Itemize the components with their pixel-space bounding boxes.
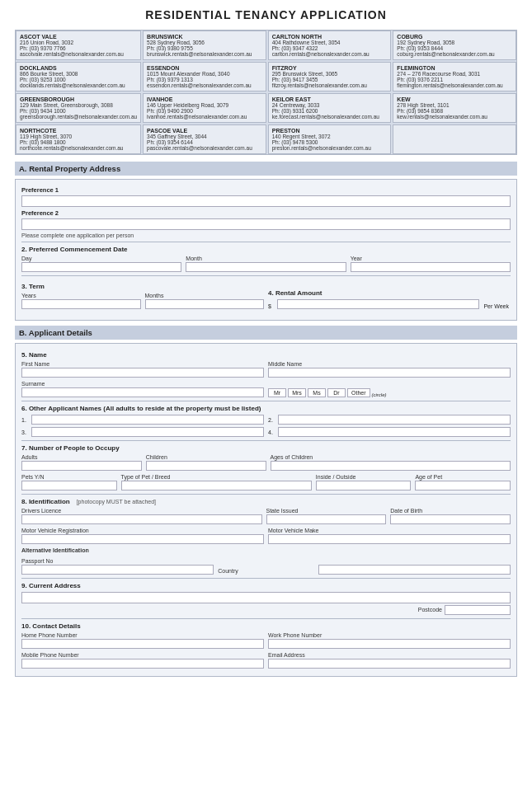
ages-input[interactable]: [271, 461, 511, 471]
adults-label: Adults: [21, 454, 142, 460]
office-docklands: DOCKLANDS 866 Bourke Street, 3008 Ph: (0…: [16, 62, 141, 92]
office-flemington: FLEMINGTON 274 – 276 Racecourse Road, 30…: [393, 62, 516, 92]
current-address-label: 9. Current Address: [21, 582, 511, 589]
ages-label: Ages of Children: [271, 454, 511, 460]
pref1-label: Preference 1: [21, 186, 511, 194]
offices-grid: ASCOT VALE 216 Union Road, 3032 Ph: (03)…: [15, 30, 517, 155]
inside-outside-input[interactable]: [316, 481, 412, 490]
work-phone-input[interactable]: [268, 639, 511, 649]
children-label: Children: [146, 454, 266, 460]
middle-name-input[interactable]: [268, 368, 511, 378]
contact-label: 10. Contact Details: [21, 622, 511, 630]
office-ascot-vale: ASCOT VALE 216 Union Road, 3032 Ph: (03)…: [16, 31, 141, 60]
office-pascoe-vale: PASCOE VALE 345 Gaffney Street, 3044 Ph:…: [143, 124, 266, 154]
per-week-label: Per Week: [483, 303, 509, 309]
first-name-label: First Name: [21, 361, 264, 367]
pet-age-label: Age of Pet: [415, 474, 511, 480]
email-input[interactable]: [268, 659, 511, 669]
mobile-input[interactable]: [21, 659, 264, 669]
applicant-num-1: 1.: [21, 417, 30, 423]
months-input[interactable]: [145, 299, 265, 309]
applicant-num-3: 3.: [21, 429, 30, 435]
months-label: Months: [145, 293, 265, 298]
motor-reg-input[interactable]: [21, 534, 264, 544]
office-fitzroy: FITZROY 295 Brunswick Street, 3065 Ph: (…: [268, 62, 392, 92]
section-b-header: B. Applicant Details: [15, 326, 517, 340]
office-kew: KEW 278 High Street, 3101 Ph: (03) 9854 …: [393, 93, 516, 123]
title-dr[interactable]: Dr: [327, 388, 346, 397]
circle-label: (circle): [372, 392, 387, 397]
rental-amount-input[interactable]: [277, 299, 479, 309]
home-phone-input[interactable]: [21, 639, 264, 649]
photocopy-note: [photocopy MUST be attached]: [77, 499, 156, 505]
pet-type-input[interactable]: [121, 481, 312, 490]
day-input[interactable]: [21, 262, 181, 272]
office-brunswick: BRUNSWICK 528 Sydney Road, 3056 Ph: (03)…: [143, 31, 266, 60]
current-address-input[interactable]: [21, 592, 511, 603]
section-b-body: 5. Name First Name Middle Name Surname M…: [15, 343, 517, 677]
work-phone-label: Work Phone Number: [268, 632, 511, 638]
country-input[interactable]: [318, 565, 511, 575]
office-northcote: NORTHCOTE 119 High Street, 3070 Ph: (03)…: [16, 124, 141, 154]
drivers-licence-input[interactable]: [21, 514, 262, 524]
pets-yn-input[interactable]: [21, 481, 117, 490]
state-issued-label: State Issued: [266, 508, 387, 514]
title-ms[interactable]: Ms: [308, 388, 326, 397]
children-input[interactable]: [146, 461, 266, 471]
surname-input[interactable]: [21, 387, 264, 397]
applicant-num-4: 4.: [268, 429, 276, 435]
office-essendon: ESSENDON 1015 Mount Alexander Road, 3040…: [143, 62, 266, 92]
title-other[interactable]: Other: [347, 388, 370, 397]
rental-label: 4. Rental Amount: [268, 289, 511, 297]
applicant-num-2: 2.: [268, 417, 276, 423]
postcode-label: Postcode: [418, 607, 442, 613]
adults-input[interactable]: [21, 461, 142, 471]
title-mr[interactable]: Mr: [268, 388, 286, 397]
motor-make-label: Motor Vehicle Make: [268, 528, 511, 533]
postcode-input[interactable]: [445, 605, 511, 615]
drivers-licence-label: Drivers Licence: [21, 508, 262, 514]
applicant-3-input[interactable]: [31, 427, 264, 437]
inside-outside-label: Inside / Outside: [316, 474, 412, 480]
note-text: Please complete one application per pers…: [21, 232, 511, 238]
applicant-4-input[interactable]: [278, 427, 511, 437]
applicant-1-input[interactable]: [31, 415, 264, 425]
email-label: Email Address: [268, 652, 511, 658]
pref2-label: Preference 2: [21, 209, 511, 217]
pet-age-input[interactable]: [415, 481, 511, 490]
title-mrs[interactable]: Mrs: [288, 388, 306, 397]
office-ivanhoe: IVANHOE 146 Upper Heidelberg Road, 3079 …: [143, 93, 266, 123]
day-label: Day: [21, 256, 181, 261]
office-carlton-north: CARLTON NORTH 404 Rathdowne Street, 3054…: [268, 31, 392, 60]
state-issued-input[interactable]: [266, 514, 387, 524]
section-a-body: Preference 1 Preference 2 Please complet…: [15, 179, 517, 321]
mobile-label: Mobile Phone Number: [21, 652, 264, 658]
dob-label: Date of Birth: [390, 508, 511, 514]
pref1-input[interactable]: [21, 195, 511, 207]
first-name-input[interactable]: [21, 368, 264, 378]
motor-make-input[interactable]: [268, 534, 511, 544]
pets-yn-label: Pets Y/N: [21, 474, 117, 480]
home-phone-label: Home Phone Number: [21, 632, 264, 638]
year-label: Year: [351, 256, 511, 261]
years-input[interactable]: [21, 299, 141, 309]
country-label: Country: [218, 568, 238, 574]
section-a-header: A. Rental Property Address: [15, 162, 517, 176]
year-input[interactable]: [351, 262, 511, 272]
passport-label: Passport No: [21, 558, 214, 564]
month-input[interactable]: [186, 262, 346, 272]
id-label: 8. Identification: [21, 498, 70, 505]
years-label: Years: [21, 293, 141, 298]
passport-input[interactable]: [21, 565, 214, 575]
other-applicants-label: 6. Other Applicant Names (All adults to …: [21, 405, 511, 412]
month-label: Month: [186, 256, 346, 261]
name-section-label: 5. Name: [21, 351, 511, 359]
alt-id-label: Alternative Identification: [21, 547, 511, 553]
dob-input[interactable]: [390, 514, 511, 524]
applicant-2-input[interactable]: [278, 415, 511, 425]
motor-reg-label: Motor Vehicle Registration: [21, 528, 264, 533]
pet-type-label: Type of Pet / Breed: [121, 474, 312, 480]
pref2-input[interactable]: [21, 218, 511, 230]
office-greensborough: GREENSBOROUGH 129 Main Street, Greensbor…: [16, 93, 141, 123]
surname-label: Surname: [21, 381, 264, 387]
